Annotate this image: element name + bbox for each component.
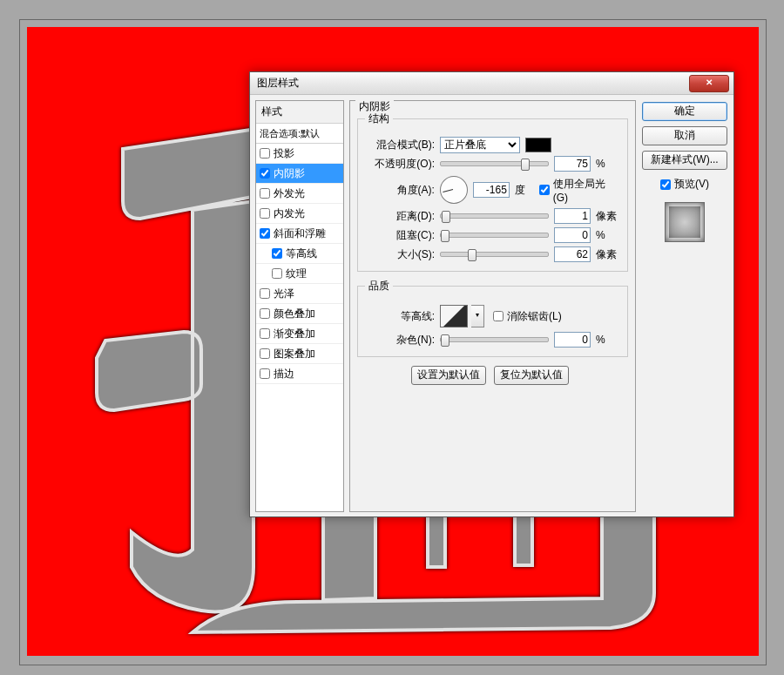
size-slider[interactable] [440,252,549,257]
style-item-label: 内阴影 [274,166,305,181]
angle-row: 角度(A): 度 使用全局光(G) [365,175,620,205]
use-global-light-label: 使用全局光(G) [553,177,620,204]
preview-row: 预览(V) [660,177,709,192]
close-button[interactable]: ✕ [689,75,729,92]
distance-input[interactable] [554,208,591,224]
blend-options-label: 混合选项:默认 [260,127,320,140]
styles-list-header[interactable]: 样式 [256,101,343,124]
choke-row: 阻塞(C): % [365,227,620,243]
style-item-checkbox[interactable] [260,148,270,159]
use-global-light-checkbox[interactable] [539,185,550,195]
style-item-color_overlay[interactable]: 颜色叠加 [256,304,343,324]
ok-button[interactable]: 确定 [642,102,727,121]
style-item-grad_overlay[interactable]: 渐变叠加 [256,324,343,344]
settings-panel: 内阴影 结构 混合模式(B): 正片叠底 不透明度(O): % [349,100,636,512]
style-item-checkbox[interactable] [272,248,282,259]
noise-unit: % [596,334,620,346]
make-default-button[interactable]: 设置为默认值 [411,366,486,385]
choke-unit: % [596,229,620,241]
blend-mode-row: 混合模式(B): 正片叠底 [365,137,620,152]
dialog-body: 样式 混合选项:默认 投影内阴影外发光内发光斜面和浮雕等高线纹理光泽颜色叠加渐变… [250,95,733,517]
style-item-drop_shadow[interactable]: 投影 [256,144,343,164]
contour-row: 等高线: ▾ 消除锯齿(L) [365,304,620,328]
style-item-label: 描边 [274,367,294,381]
size-label: 大小(S): [365,247,440,262]
style-item-checkbox[interactable] [260,368,270,379]
contour-label: 等高线: [365,309,440,324]
size-row: 大小(S): 像素 [365,246,620,262]
style-item-checkbox[interactable] [260,288,270,299]
angle-unit: 度 [515,183,539,198]
antialias-label: 消除锯齿(L) [507,309,562,324]
defaults-row: 设置为默认值 复位为默认值 [357,366,628,385]
style-item-texture[interactable]: 纹理 [256,264,343,284]
preview-swatch [665,202,705,242]
style-item-satin[interactable]: 光泽 [256,284,343,304]
preview-label: 预览(V) [674,177,709,192]
style-item-outer_glow[interactable]: 外发光 [256,184,343,204]
style-item-inner_glow[interactable]: 内发光 [256,204,343,224]
style-item-pat_overlay[interactable]: 图案叠加 [256,344,343,364]
style-item-checkbox[interactable] [260,208,270,219]
cancel-button[interactable]: 取消 [642,126,727,145]
choke-slider[interactable] [440,233,549,238]
dialog-buttons-column: 确定 取消 新建样式(W)... 预览(V) [641,100,728,512]
blend-mode-select[interactable]: 正片叠底 [440,137,520,153]
style-item-contour[interactable]: 等高线 [256,244,343,264]
style-item-inner_shadow[interactable]: 内阴影 [256,164,343,184]
size-input[interactable] [554,246,591,262]
contour-picker[interactable] [440,305,468,327]
preview-checkbox[interactable] [660,179,671,190]
new-style-button[interactable]: 新建样式(W)... [642,151,727,170]
style-item-checkbox[interactable] [260,188,270,199]
structure-legend: 结构 [365,111,393,126]
distance-label: 距离(D): [365,209,440,224]
distance-unit: 像素 [596,209,620,224]
opacity-unit: % [596,158,620,170]
style-item-label: 纹理 [286,267,307,281]
style-item-checkbox[interactable] [260,328,270,339]
angle-dial[interactable] [440,176,468,204]
quality-legend: 品质 [365,279,393,294]
style-item-bevel_emboss[interactable]: 斜面和浮雕 [256,224,343,244]
opacity-row: 不透明度(O): % [365,156,620,172]
choke-label: 阻塞(C): [365,228,440,243]
contour-dropdown-button[interactable]: ▾ [471,305,484,327]
reset-default-button[interactable]: 复位为默认值 [494,366,569,385]
style-item-checkbox[interactable] [260,168,270,179]
noise-row: 杂色(N): % [365,332,620,348]
layer-style-dialog: 图层样式 ✕ 样式 混合选项:默认 投影内阴影外发光内发光斜面和浮雕等高线纹理光… [249,71,734,517]
structure-group: 结构 混合模式(B): 正片叠底 不透明度(O): % [357,111,628,272]
style-item-label: 内发光 [274,206,305,221]
blend-mode-label: 混合模式(B): [365,138,440,152]
noise-slider[interactable] [440,337,549,342]
opacity-slider[interactable] [440,161,549,166]
quality-group: 品质 等高线: ▾ 消除锯齿(L) 杂色(N): % [357,279,628,357]
blend-options-row[interactable]: 混合选项:默认 [256,124,343,144]
angle-input[interactable] [473,182,510,198]
dialog-titlebar[interactable]: 图层样式 ✕ [250,72,733,95]
style-item-label: 外发光 [274,186,305,201]
style-item-checkbox[interactable] [272,268,282,279]
noise-label: 杂色(N): [365,333,440,348]
style-item-label: 渐变叠加 [274,327,315,341]
style-item-checkbox[interactable] [260,228,270,239]
distance-slider[interactable] [440,213,549,219]
styles-list: 样式 混合选项:默认 投影内阴影外发光内发光斜面和浮雕等高线纹理光泽颜色叠加渐变… [255,100,344,512]
style-item-stroke[interactable]: 描边 [256,364,343,384]
shadow-color-swatch[interactable] [525,138,551,152]
style-item-checkbox[interactable] [260,348,270,359]
noise-input[interactable] [554,332,591,348]
choke-input[interactable] [554,227,591,243]
close-icon: ✕ [706,78,713,87]
size-unit: 像素 [596,247,620,262]
style-item-checkbox[interactable] [260,308,270,319]
antialias-checkbox[interactable] [493,311,504,321]
style-item-label: 图案叠加 [274,347,315,361]
style-item-label: 光泽 [274,287,294,301]
style-item-label: 投影 [274,146,294,161]
opacity-input[interactable] [554,156,591,172]
distance-row: 距离(D): 像素 [365,208,620,224]
angle-label: 角度(A): [365,183,440,198]
opacity-label: 不透明度(O): [365,157,440,172]
